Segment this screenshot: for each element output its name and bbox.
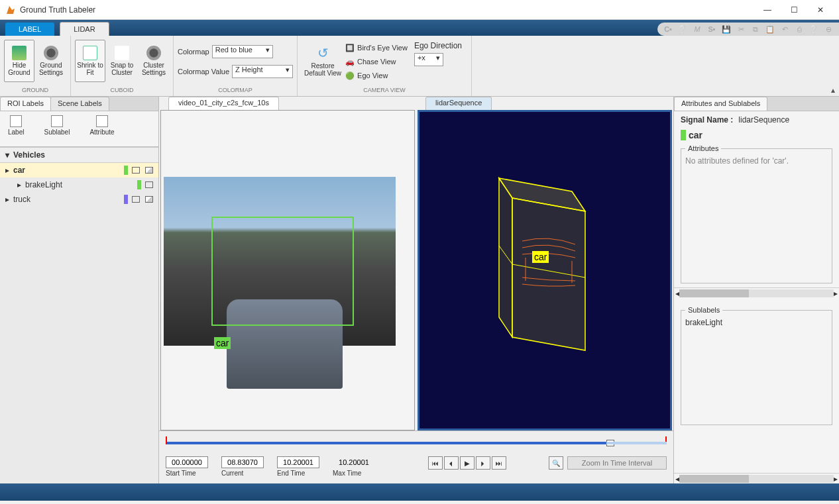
time-scrubber[interactable] bbox=[166, 436, 667, 450]
help-icon[interactable]: ❔ bbox=[677, 24, 688, 34]
help2-icon[interactable]: ❔ bbox=[809, 24, 819, 34]
gear-icon[interactable]: ⊖ bbox=[823, 24, 834, 34]
chase-view-button[interactable]: 🚗Chase View bbox=[345, 55, 408, 68]
colormap-value-select[interactable]: Z Height ▾ bbox=[232, 65, 293, 78]
timeline: Start Time Current End Time Max Time ⏮ ⏴… bbox=[159, 430, 673, 483]
add-sublabel-button[interactable]: Sublabel bbox=[44, 115, 70, 142]
m-icon[interactable]: M bbox=[692, 24, 702, 34]
play-button[interactable]: ▶ bbox=[460, 456, 475, 470]
bbox-car[interactable] bbox=[211, 217, 354, 326]
ribbon-tabs: LABEL LIDAR C■ ❔ M S■ 💾 ✂ ⧉ 📋 ↶ ⎙ ❔ ⊖ bbox=[0, 20, 839, 36]
start-time-input[interactable] bbox=[166, 456, 208, 468]
minimize-button[interactable]: — bbox=[754, 0, 781, 20]
step-back-button[interactable]: ⏴ bbox=[444, 456, 459, 470]
title-bar: Ground Truth Labeler — ☐ ✕ bbox=[0, 0, 839, 20]
collapse-toolstrip-icon[interactable]: ▴ bbox=[831, 85, 835, 95]
current-time-input[interactable] bbox=[221, 456, 264, 468]
sublabels-fieldset: Sublabels brakeLight bbox=[681, 306, 832, 425]
signal-name-value: lidarSequence bbox=[738, 115, 789, 125]
snap-to-cluster-button[interactable]: Snap to Cluster bbox=[107, 40, 137, 82]
colormap-select[interactable]: Red to blue ▾ bbox=[212, 45, 273, 58]
attributes-empty-text: No attributes defined for 'car'. bbox=[685, 156, 828, 166]
undo-icon[interactable]: ↶ bbox=[779, 24, 790, 34]
ego-icon: 🟢 bbox=[345, 72, 355, 80]
quick-access-toolbar: C■ ❔ M S■ 💾 ✂ ⧉ 📋 ↶ ⎙ ❔ ⊖ bbox=[657, 23, 839, 36]
attributes-fieldset: Attributes No attributes defined for 'ca… bbox=[681, 144, 832, 283]
svg-marker-3 bbox=[512, 198, 585, 350]
close-button[interactable]: ✕ bbox=[807, 0, 834, 20]
left-panel: ROI Labels Scene Labels Label Sublabel A… bbox=[0, 97, 159, 483]
chase-icon: 🚗 bbox=[345, 58, 355, 66]
label-item-car[interactable]: ▸car bbox=[0, 163, 158, 177]
tab-roi-labels[interactable]: ROI Labels bbox=[0, 97, 51, 111]
s-icon[interactable]: S■ bbox=[706, 24, 717, 34]
end-time-input[interactable] bbox=[277, 456, 319, 468]
window-title: Ground Truth Labeler bbox=[20, 5, 754, 15]
tab-attributes-sublabels[interactable]: Attributes and Sublabels bbox=[674, 97, 767, 111]
add-label-button[interactable]: Label bbox=[8, 115, 24, 142]
c-icon[interactable]: C■ bbox=[663, 24, 673, 34]
bbox-car-label: car bbox=[214, 337, 231, 349]
doc-tab-lidar[interactable]: lidarSequence bbox=[425, 97, 492, 110]
ego-direction-select[interactable]: +x ▾ bbox=[414, 53, 443, 66]
hide-ground-button[interactable]: Hide Ground bbox=[4, 40, 34, 82]
ground-settings-button[interactable]: Ground Settings bbox=[36, 40, 66, 82]
tab-lidar[interactable]: LIDAR bbox=[60, 22, 109, 36]
print-icon[interactable]: ⎙ bbox=[794, 24, 805, 34]
cut-icon[interactable]: ✂ bbox=[736, 24, 746, 34]
paste-icon[interactable]: 📋 bbox=[765, 24, 775, 34]
lidar-viewport[interactable]: car bbox=[418, 110, 672, 430]
selected-label-badge: car bbox=[681, 130, 832, 140]
ego-view-button[interactable]: 🟢Ego View bbox=[345, 69, 408, 82]
restore-default-view-button[interactable]: ↺Restore Default View bbox=[302, 40, 344, 82]
sublabel-item-brakelight[interactable]: brakeLight bbox=[685, 318, 828, 327]
cuboid-car-label: car bbox=[532, 251, 549, 263]
status-bar bbox=[0, 483, 839, 501]
birds-eye-view-button[interactable]: 🔲Bird's Eye View bbox=[345, 41, 408, 54]
svg-marker-2 bbox=[499, 178, 512, 337]
copy-icon[interactable]: ⧉ bbox=[750, 24, 761, 34]
right-panel: Attributes and Sublabels Signal Name :li… bbox=[673, 97, 839, 483]
attributes-scrollbar[interactable]: ◂▸ bbox=[674, 287, 839, 298]
tab-label[interactable]: LABEL bbox=[5, 23, 54, 36]
doc-tab-video[interactable]: video_01_city_c2s_fcw_10s bbox=[168, 97, 279, 110]
zoom-time-interval-button[interactable]: Zoom In Time Interval bbox=[567, 456, 667, 470]
goto-end-button[interactable]: ⏭ bbox=[492, 456, 506, 470]
add-attribute-button[interactable]: Attribute bbox=[89, 115, 114, 142]
sublabels-scrollbar[interactable]: ◂▸ bbox=[674, 473, 839, 483]
scrub-thumb[interactable] bbox=[606, 440, 614, 446]
goto-start-button[interactable]: ⏮ bbox=[428, 456, 443, 470]
tab-scene-labels[interactable]: Scene Labels bbox=[50, 97, 109, 111]
cluster-settings-button[interactable]: Cluster Settings bbox=[139, 40, 169, 82]
bev-icon: 🔲 bbox=[345, 44, 355, 52]
signal-name-label: Signal Name : bbox=[681, 115, 733, 125]
save-icon[interactable]: 💾 bbox=[721, 24, 732, 34]
toolstrip: Hide Ground Ground Settings GROUND Shrin… bbox=[0, 36, 839, 97]
group-vehicles[interactable]: ▾Vehicles bbox=[0, 147, 158, 163]
shrink-to-fit-button[interactable]: Shrink to Fit bbox=[75, 40, 105, 82]
label-item-brakelight[interactable]: ▸brakeLight bbox=[0, 177, 158, 192]
svg-marker-0 bbox=[7, 6, 15, 14]
ego-direction-label: Ego Direction bbox=[414, 41, 462, 50]
zoom-settings-button[interactable]: 🔍 bbox=[549, 456, 563, 470]
maximize-button[interactable]: ☐ bbox=[781, 0, 807, 20]
matlab-icon bbox=[5, 5, 16, 15]
label-item-truck[interactable]: ▸truck bbox=[0, 192, 158, 207]
video-viewport[interactable]: car bbox=[160, 110, 415, 430]
max-time-display bbox=[333, 456, 375, 468]
step-fwd-button[interactable]: ⏵ bbox=[476, 456, 490, 470]
